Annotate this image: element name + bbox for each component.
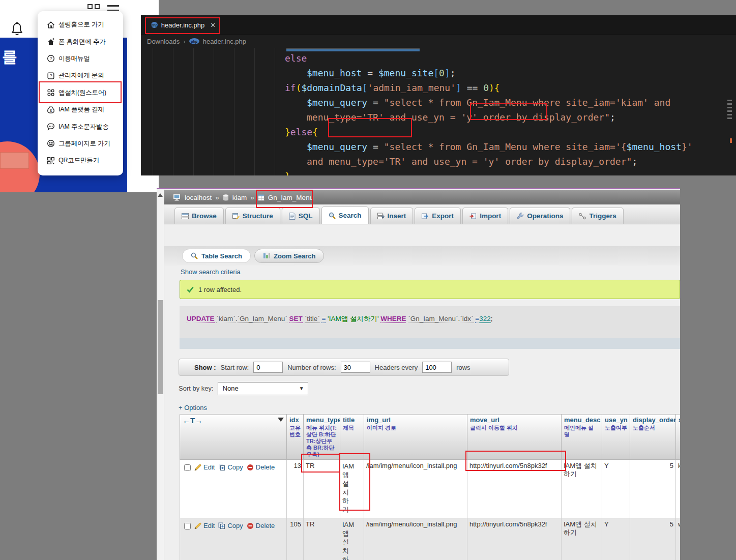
menu-item-user-manual[interactable]: ? 이용매뉴얼 bbox=[38, 50, 123, 67]
menu-item-add-to-home[interactable]: 폰 홈화면에 추가 bbox=[38, 33, 123, 50]
num-rows-label: Number of rows: bbox=[287, 364, 336, 371]
cell-use-yn: Y bbox=[602, 518, 630, 560]
column-header-move-url[interactable]: move_url 클릭시 이동할 위치 bbox=[467, 415, 562, 460]
table-row: Edit Copy Delete 13 TR IAM 앱 설 치 하 기 /ia bbox=[180, 460, 681, 518]
headers-every-label: Headers every bbox=[375, 364, 418, 371]
edit-link[interactable]: Edit bbox=[194, 522, 215, 529]
database-icon bbox=[223, 194, 229, 201]
transpose-control[interactable]: ←T→ bbox=[183, 416, 202, 425]
code-line: $menu_query = "select * from Gn_Iam_Menu… bbox=[141, 95, 736, 110]
menu-item-group-page[interactable]: 그룹페이지로 가기 bbox=[38, 135, 123, 152]
scroll-up-icon[interactable] bbox=[158, 193, 163, 197]
options-toggle[interactable]: + Options bbox=[179, 404, 207, 411]
scrollbar-thumb[interactable] bbox=[158, 300, 163, 394]
minimap[interactable] bbox=[727, 100, 733, 121]
copy-link[interactable]: Copy bbox=[218, 463, 243, 471]
tab-import[interactable]: Import bbox=[462, 208, 508, 224]
headers-every-input[interactable] bbox=[422, 362, 452, 373]
start-row-input[interactable] bbox=[253, 362, 283, 373]
minimap-marker bbox=[730, 138, 732, 143]
column-header-actions[interactable]: ←T→ bbox=[180, 415, 287, 460]
column-header-menu-desc[interactable]: menu_desc 메인메뉴 설명 bbox=[562, 415, 602, 460]
close-icon[interactable]: ✕ bbox=[210, 21, 216, 29]
delete-link[interactable]: Delete bbox=[247, 463, 275, 471]
start-row-label: Start row: bbox=[221, 364, 249, 371]
vscode-tab-header-inc-php[interactable]: php header.inc.php ✕ bbox=[146, 15, 220, 35]
column-header-title[interactable]: title 제목 bbox=[340, 415, 364, 460]
svg-text:?: ? bbox=[50, 73, 52, 78]
app-install-icon bbox=[46, 88, 55, 97]
tab-insert[interactable]: Insert bbox=[370, 208, 414, 224]
tab-structure[interactable]: Structure bbox=[225, 208, 280, 224]
column-header-use-yn[interactable]: use_yn 노출여부 bbox=[602, 415, 630, 460]
menu-item-iam-payment[interactable]: $ IAM 플랫폼 결제 bbox=[38, 101, 123, 118]
show-label: Show : bbox=[194, 364, 216, 371]
screenshot-canvas: 를 셀링홈으로 가기 폰 홈화면에 추가 ? 이용매뉴얼 ? 관리자에게 문의 bbox=[0, 0, 736, 560]
table-tabs: Browse Structure SQL Search Insert bbox=[164, 204, 680, 224]
breadcrumb-database[interactable]: kiam bbox=[232, 194, 247, 201]
tab-operations[interactable]: Operations bbox=[510, 208, 570, 224]
copy-icon bbox=[218, 522, 225, 529]
pencil-icon bbox=[194, 464, 201, 471]
column-header-idx[interactable]: idx 고유 번호 bbox=[287, 415, 304, 460]
header-row: ←T→ idx 고유 번호 menu_type 메뉴 위치(T:상단 B:하단 … bbox=[180, 415, 681, 460]
delete-icon bbox=[247, 464, 254, 471]
column-header-menu-type[interactable]: menu_type 메뉴 위치(T:상단 B:하단 TR:상단우측 BR:하단우… bbox=[304, 415, 340, 460]
code-lines: else$menu_host = $menu_site[0];if($domai… bbox=[141, 51, 736, 175]
column-header-img-url[interactable]: img_url 이미지 경로 bbox=[364, 415, 467, 460]
breadcrumb-folder[interactable]: Downloads bbox=[147, 38, 180, 45]
tab-browse[interactable]: Browse bbox=[174, 208, 224, 224]
menu-item-contact-admin[interactable]: ? 관리자에게 문의 bbox=[38, 67, 123, 84]
qr-icon bbox=[46, 156, 55, 165]
cell-idx: 105 bbox=[287, 518, 304, 560]
tab-search[interactable]: Search bbox=[321, 207, 369, 224]
row-checkbox[interactable] bbox=[184, 464, 191, 471]
delete-link[interactable]: Delete bbox=[247, 522, 275, 529]
show-rows-fieldset: Show : Start row: Number of rows: Header… bbox=[179, 359, 509, 376]
svg-text:$: $ bbox=[50, 108, 52, 112]
column-header-display-order[interactable]: display_order 노출순서 bbox=[630, 415, 676, 460]
copy-link[interactable]: Copy bbox=[218, 522, 243, 529]
bell-icon[interactable] bbox=[11, 22, 23, 39]
code-line: and menu_type='TR' and use_yn = 'y' orde… bbox=[141, 154, 736, 169]
nav-scrollbar[interactable] bbox=[157, 189, 164, 560]
tab-title: header.inc.php bbox=[161, 21, 204, 29]
menu-item-app-install[interactable]: 앱설치(원스토어) bbox=[38, 84, 123, 101]
phpmyadmin-main: localhost » kiam » Gn_Iam_Menu Browse St… bbox=[164, 189, 680, 560]
tab-triggers[interactable]: Triggers bbox=[572, 208, 623, 224]
breadcrumb-server[interactable]: localhost bbox=[185, 194, 212, 201]
mobile-app-panel: 를 셀링홈으로 가기 폰 홈화면에 추가 ? 이용매뉴얼 ? 관리자에게 문의 bbox=[0, 0, 159, 192]
delete-icon bbox=[247, 522, 254, 529]
row-checkbox[interactable] bbox=[184, 523, 191, 529]
subtab-zoom-search[interactable]: Zoom Search bbox=[254, 249, 324, 263]
breadcrumb-file[interactable]: header.inc.php bbox=[203, 38, 246, 45]
sort-by-key-select[interactable]: None ▼ bbox=[218, 382, 308, 395]
menu-item-iam-sms[interactable]: IAM 주소문자발송 bbox=[38, 118, 123, 135]
decorative-rectangle bbox=[0, 152, 29, 169]
vscode-editor[interactable]: else$menu_host = $menu_site[0];if($domai… bbox=[141, 48, 736, 175]
column-header-clipped: s bbox=[676, 415, 681, 460]
cell-img-url: /iam/img/menu/icon_install.png bbox=[364, 460, 467, 518]
mobile-popup-menu: 셀링홈으로 가기 폰 홈화면에 추가 ? 이용매뉴얼 ? 관리자에게 문의 앱설… bbox=[38, 11, 123, 175]
chat-icon bbox=[46, 122, 55, 131]
hamburger-icon[interactable] bbox=[107, 5, 119, 11]
show-search-criteria-link[interactable]: Show search criteria bbox=[181, 268, 241, 276]
vscode-breadcrumb: Downloads › php header.inc.php bbox=[141, 35, 736, 48]
check-icon bbox=[186, 285, 194, 293]
tab-export[interactable]: Export bbox=[415, 208, 461, 224]
app-grid-icon[interactable] bbox=[87, 4, 100, 10]
subtab-table-search[interactable]: Table Search bbox=[182, 249, 251, 263]
edit-link[interactable]: Edit bbox=[194, 463, 215, 471]
tab-sql[interactable]: SQL bbox=[282, 208, 320, 224]
rows-label: rows bbox=[456, 364, 470, 371]
num-rows-input[interactable] bbox=[341, 362, 370, 373]
menu-item-qr-code[interactable]: QR코드만들기 bbox=[38, 152, 123, 169]
cell-title: IAM 앱 설 치 하 기 bbox=[340, 518, 364, 560]
code-line: $menu_query = "select * from Gn_Iam_Menu… bbox=[141, 139, 736, 154]
sort-options-icon[interactable] bbox=[278, 418, 284, 422]
home-icon bbox=[46, 20, 55, 30]
cell-menu-desc: IAM앱 설치하기 bbox=[562, 518, 602, 560]
zoom-search-icon bbox=[263, 252, 270, 259]
breadcrumb-table[interactable]: Gn_Iam_Menu bbox=[268, 194, 313, 201]
menu-item-selling-home[interactable]: 셀링홈으로 가기 bbox=[38, 16, 123, 33]
